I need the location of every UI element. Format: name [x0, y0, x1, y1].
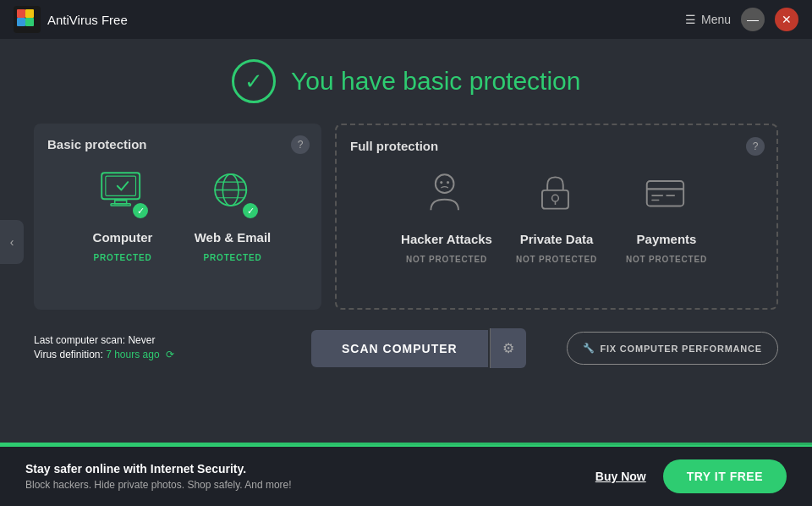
computer-status-text: PROTECTED [94, 253, 152, 262]
svg-rect-6 [17, 18, 25, 26]
bottom-banner: Stay safer online with Internet Security… [0, 445, 812, 506]
svg-rect-8 [102, 173, 140, 199]
virus-def-line: Virus definition: 7 hours ago ⟳ [34, 349, 271, 360]
svg-point-18 [440, 181, 442, 184]
status-circle: ✓ [232, 59, 276, 103]
private-data-status: NOT PROTECTED [516, 255, 597, 264]
app-logo: AntiVirus Free [14, 6, 128, 33]
wrench-icon: 🔧 [583, 343, 595, 354]
main-content: ‹ ✓ You have basic protection Basic prot… [0, 39, 812, 445]
web-email-protection-item[interactable]: ✓ Web & Email PROTECTED [186, 161, 279, 262]
computer-protection-item[interactable]: ✓ Computer PROTECTED [76, 161, 169, 262]
private-data-icon-wrap [523, 162, 590, 223]
svg-point-19 [447, 181, 449, 184]
hacker-attacks-icon-wrap [413, 162, 480, 223]
payments-item[interactable]: Payments NOT PROTECTED [620, 162, 713, 264]
refresh-icon[interactable]: ⟳ [166, 349, 174, 360]
basic-panel-title: Basic protection [47, 137, 147, 151]
svg-rect-11 [111, 204, 130, 206]
hacker-attacks-status: NOT PROTECTED [406, 255, 487, 264]
svg-point-17 [436, 174, 454, 193]
avg-logo-icon [14, 6, 41, 33]
private-data-label: Private Data [520, 232, 594, 246]
scan-bar: Last computer scan: Never Virus definiti… [0, 316, 812, 380]
window-controls: ☰ Menu — ✕ [685, 8, 798, 31]
virus-def-link[interactable]: 7 hours ago [106, 349, 159, 360]
private-data-item[interactable]: Private Data NOT PROTECTED [510, 162, 603, 264]
svg-rect-20 [542, 190, 568, 209]
chevron-left-icon: ‹ [10, 235, 14, 249]
try-free-button[interactable]: TRY IT FREE [663, 459, 787, 493]
full-panel-help[interactable]: ? [746, 137, 765, 156]
status-header: ✓ You have basic protection [0, 39, 812, 120]
status-message: You have basic protection [291, 67, 580, 95]
scan-computer-button[interactable]: SCAN COMPUTER [311, 330, 488, 367]
svg-rect-4 [17, 9, 25, 18]
scan-info: Last computer scan: Never Virus definiti… [34, 334, 271, 363]
computer-label: Computer [93, 230, 153, 245]
private-data-icon [530, 167, 583, 219]
banner-subtitle: Block hackers. Hide private photos. Shop… [25, 479, 595, 491]
svg-rect-5 [25, 9, 34, 18]
last-scan-line: Last computer scan: Never [34, 334, 271, 346]
svg-rect-9 [106, 176, 136, 195]
title-bar: AntiVirus Free ☰ Menu — ✕ [0, 0, 812, 39]
full-panel-title: Full protection [350, 139, 438, 153]
web-email-status-badge: ✓ [241, 201, 260, 220]
svg-point-21 [552, 195, 559, 201]
banner-text: Stay safer online with Internet Security… [25, 462, 595, 491]
checkmark-icon: ✓ [244, 70, 263, 92]
gear-icon: ⚙ [502, 341, 514, 355]
basic-protection-panel: Basic protection ? ✓ Co [34, 124, 321, 310]
web-email-status-text: PROTECTED [204, 253, 262, 262]
svg-rect-7 [25, 18, 34, 26]
scan-buttons: SCAN COMPUTER ⚙ [284, 328, 553, 368]
sidebar-toggle[interactable]: ‹ [0, 220, 24, 264]
payments-status: NOT PROTECTED [626, 255, 707, 264]
web-email-label: Web & Email [195, 230, 272, 245]
hacker-attacks-item[interactable]: Hacker Attacks NOT PROTECTED [400, 162, 493, 264]
scan-settings-button[interactable]: ⚙ [490, 328, 526, 368]
banner-actions: Buy Now TRY IT FREE [595, 459, 787, 493]
buy-now-link[interactable]: Buy Now [595, 470, 646, 483]
computer-status-badge: ✓ [131, 201, 150, 220]
payments-icon [640, 167, 693, 219]
web-email-icon-wrap: ✓ [199, 161, 266, 222]
menu-button[interactable]: ☰ Menu [685, 13, 731, 26]
banner-title: Stay safer online with Internet Security… [25, 462, 595, 476]
full-protection-items: Hacker Attacks NOT PROTECTED Private Dat… [350, 154, 763, 264]
minimize-button[interactable]: — [741, 8, 765, 31]
payments-label: Payments [637, 232, 697, 246]
payments-icon-wrap [633, 162, 700, 223]
hacker-attacks-icon [420, 167, 473, 219]
fix-performance-button[interactable]: 🔧 FIX COMPUTER PERFORMANCE [567, 332, 778, 365]
svg-rect-23 [647, 181, 683, 206]
panels-row: Basic protection ? ✓ Co [0, 124, 812, 310]
app-title: AntiVirus Free [47, 13, 128, 27]
hacker-attacks-label: Hacker Attacks [401, 232, 492, 246]
basic-protection-items: ✓ Computer PROTECTED [47, 152, 308, 262]
hamburger-icon: ☰ [685, 13, 696, 26]
close-button[interactable]: ✕ [775, 8, 798, 31]
computer-icon-wrap: ✓ [89, 161, 156, 222]
basic-panel-help[interactable]: ? [291, 135, 310, 154]
full-protection-panel: Full protection ? Hacker Attacks [335, 124, 778, 310]
